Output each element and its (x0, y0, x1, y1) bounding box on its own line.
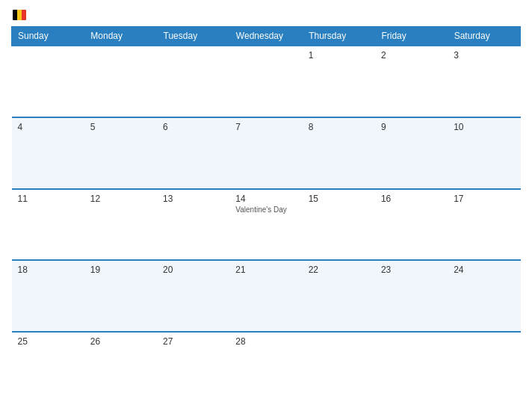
day-number: 13 (163, 194, 223, 204)
calendar-cell (303, 332, 375, 404)
calendar-cell: 22 (303, 260, 375, 332)
weekday-header-saturday: Saturday (448, 27, 520, 46)
calendar-header (11, 7, 521, 20)
day-number: 8 (309, 122, 369, 132)
calendar-cell (375, 332, 448, 404)
day-number: 5 (90, 122, 151, 132)
calendar-cell: 24 (448, 260, 520, 332)
week-row-4: 18192021222324 (12, 260, 521, 332)
day-number: 11 (18, 194, 78, 204)
day-number: 17 (454, 194, 514, 204)
calendar-cell: 8 (303, 117, 375, 189)
calendar-cell: 16 (375, 189, 448, 261)
day-number: 28 (235, 336, 296, 347)
calendar-cell: 23 (375, 260, 448, 332)
calendar-table: SundayMondayTuesdayWednesdayThursdayFrid… (11, 26, 521, 404)
day-number: 19 (90, 265, 151, 275)
day-number: 24 (454, 265, 514, 275)
day-number: 7 (235, 122, 296, 132)
calendar-cell: 2 (375, 46, 448, 117)
calendar-cell: 12 (84, 189, 157, 261)
day-number: 12 (90, 194, 151, 204)
calendar-cell (12, 46, 84, 117)
calendar-container: SundayMondayTuesdayWednesdayThursdayFrid… (0, 0, 532, 411)
weekday-header-thursday: Thursday (303, 27, 375, 46)
day-number: 9 (381, 122, 442, 132)
calendar-cell: 11 (12, 189, 84, 261)
day-number: 15 (309, 194, 369, 204)
logo-flag-icon (13, 10, 26, 20)
weekday-header-tuesday: Tuesday (157, 27, 229, 46)
day-number: 23 (381, 265, 442, 275)
calendar-cell: 4 (12, 117, 84, 189)
day-number: 21 (235, 265, 296, 275)
calendar-cell: 28 (229, 332, 302, 404)
week-row-5: 25262728 (12, 332, 521, 404)
calendar-cell: 27 (157, 332, 229, 404)
calendar-cell: 9 (375, 117, 448, 189)
day-number: 18 (18, 265, 78, 275)
calendar-cell: 13 (157, 189, 229, 261)
calendar-cell: 1 (303, 46, 375, 117)
day-number: 22 (309, 265, 369, 275)
calendar-cell: 18 (12, 260, 84, 332)
day-number: 27 (163, 336, 223, 347)
day-number: 2 (381, 50, 442, 61)
calendar-cell: 17 (448, 189, 520, 261)
calendar-cell (84, 46, 157, 117)
calendar-cell: 14Valentine's Day (229, 189, 302, 261)
day-number: 4 (18, 122, 78, 132)
calendar-cell (157, 46, 229, 117)
calendar-cell (229, 46, 302, 117)
day-number: 26 (90, 336, 151, 347)
calendar-cell: 7 (229, 117, 302, 189)
calendar-cell (448, 332, 520, 404)
day-number: 6 (163, 122, 223, 132)
calendar-cell: 20 (157, 260, 229, 332)
day-number: 16 (381, 194, 442, 204)
calendar-cell: 6 (157, 117, 229, 189)
day-number: 1 (309, 50, 369, 61)
weekday-header-monday: Monday (84, 27, 157, 46)
week-row-3: 11121314Valentine's Day151617 (12, 189, 521, 261)
day-number: 14 (235, 194, 296, 204)
event-label: Valentine's Day (235, 206, 296, 214)
weekday-header-friday: Friday (375, 27, 448, 46)
weekday-header-sunday: Sunday (12, 27, 84, 46)
logo (11, 7, 26, 20)
calendar-cell: 3 (448, 46, 520, 117)
calendar-cell: 10 (448, 117, 520, 189)
day-number: 10 (454, 122, 514, 132)
calendar-cell: 5 (84, 117, 157, 189)
calendar-cell: 19 (84, 260, 157, 332)
calendar-cell: 25 (12, 332, 84, 404)
calendar-cell: 21 (229, 260, 302, 332)
weekday-header-row: SundayMondayTuesdayWednesdayThursdayFrid… (12, 27, 521, 46)
weekday-header-wednesday: Wednesday (229, 27, 302, 46)
day-number: 25 (18, 336, 78, 347)
logo-blue-text (11, 7, 26, 20)
calendar-cell: 26 (84, 332, 157, 404)
calendar-cell: 15 (303, 189, 375, 261)
day-number: 20 (163, 265, 223, 275)
day-number: 3 (454, 50, 514, 61)
week-row-1: 123 (12, 46, 521, 117)
week-row-2: 45678910 (12, 117, 521, 189)
